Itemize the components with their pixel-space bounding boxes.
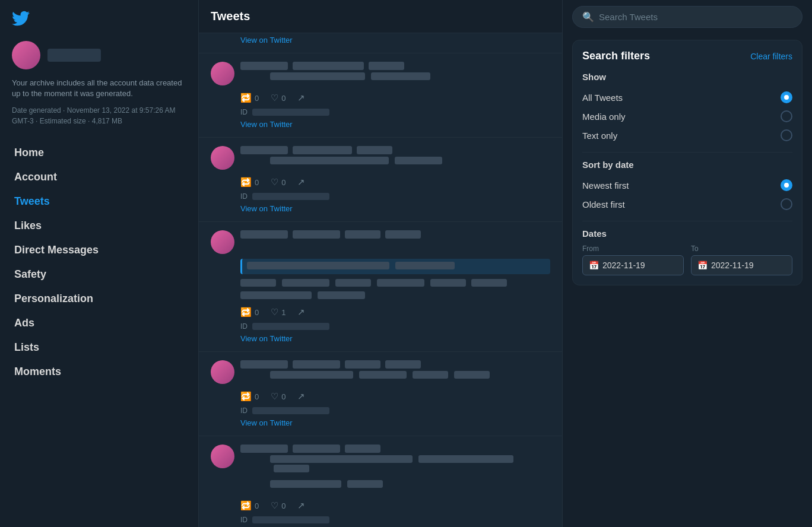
share-icon: ↗ [297,500,305,511]
tweet-body-line-1-c [335,279,371,287]
tweet-username [240,62,288,70]
avatar [12,41,40,69]
share-button[interactable]: ↗ [297,391,305,402]
tweet-body-line-1-d [377,279,424,287]
tweet-date [345,445,380,453]
oldest-first-radio[interactable] [781,198,792,210]
tweet-body-line2 [270,480,341,488]
retweet-count: 0 [255,308,259,317]
all-tweets-radio[interactable] [781,91,792,103]
retweet-icon: 🔁 [240,177,252,188]
filter-oldest-first[interactable]: Oldest first [582,195,792,214]
id-label: ID [240,407,248,415]
newest-first-radio[interactable] [781,179,792,191]
tweet-highlight [240,259,550,274]
like-count: 1 [281,308,286,317]
sidebar-item-moments[interactable]: Moments [12,360,186,384]
tweet-actions: 🔁 0 ♡ 0 ↗ [211,500,550,511]
tweet-actions: 🔁 0 ♡ 0 ↗ [211,391,550,402]
filter-media-only[interactable]: Media only [582,107,792,126]
tweet-date-2 [385,230,421,239]
date-info: Date generated · November 13, 2022 at 9:… [12,105,186,126]
tweet-body-line-2-b [318,291,365,299]
tweet-meta [240,62,550,88]
highlight-text-2 [395,262,455,269]
sidebar-item-account[interactable]: Account [12,165,186,189]
tweet-meta [240,445,550,496]
share-icon: ↗ [297,307,305,318]
tweet-id-row: ID [211,516,550,524]
retweet-button[interactable]: 🔁 0 [240,500,259,511]
sidebar-item-tweets[interactable]: Tweets [12,189,186,214]
id-label: ID [240,516,248,524]
share-button[interactable]: ↗ [297,177,305,188]
avatar [211,230,234,254]
tweet-handle [293,445,340,453]
clear-filters-button[interactable]: Clear filters [750,52,792,61]
retweet-button[interactable]: 🔁 0 [240,93,259,103]
filters-title: Search filters [582,50,650,62]
sidebar-item-personalization[interactable]: Personalization [12,287,186,311]
to-date-value: 2022-11-19 [711,261,754,270]
like-button[interactable]: ♡ 1 [271,307,286,318]
tweet-body-text-2 [418,455,513,463]
like-icon: ♡ [271,500,278,511]
newest-first-label: Newest first [582,180,629,191]
view-on-twitter-link-4[interactable]: View on Twitter [211,418,550,427]
tweet-id-row: ID [211,407,550,415]
tweet-handle [293,360,340,369]
view-on-twitter-link-2[interactable]: View on Twitter [211,204,550,213]
share-icon: ↗ [297,177,305,188]
from-date-value: 2022-11-19 [602,261,645,270]
tweet-username [240,146,288,154]
tweet-meta [240,146,550,172]
highlight-text [247,262,389,269]
tweet-id [252,193,329,200]
view-on-twitter-link-3[interactable]: View on Twitter [211,334,550,343]
retweet-button[interactable]: 🔁 0 [240,391,259,402]
from-date-input[interactable]: 📅 2022-11-19 [582,255,684,275]
to-label: To [691,245,792,253]
view-on-twitter-link-0[interactable]: View on Twitter [211,36,550,45]
retweet-icon: 🔁 [240,307,252,318]
retweet-count: 0 [255,501,259,510]
tweet-date [345,360,380,369]
sidebar-item-lists[interactable]: Lists [12,335,186,360]
calendar-icon-2: 📅 [697,261,708,270]
like-button[interactable]: ♡ 0 [271,93,286,103]
media-only-radio[interactable] [781,110,792,122]
share-button[interactable]: ↗ [297,93,305,103]
main-content: Tweets View on Twitter 🔁 0 [199,0,563,527]
like-button[interactable]: ♡ 0 [271,500,286,511]
sidebar-nav: Home Account Tweets Likes Direct Message… [12,141,186,384]
tweet-body-text-3 [413,371,448,379]
like-button[interactable]: ♡ 0 [271,391,286,402]
like-icon: ♡ [271,93,278,103]
text-only-radio[interactable] [781,129,792,141]
retweet-button[interactable]: 🔁 0 [240,177,259,188]
dates-row: From 📅 2022-11-19 To 📅 2022-11-19 [582,245,792,275]
tweet-body-line-1-a [240,279,276,287]
search-input[interactable] [599,12,792,22]
avatar [211,146,234,170]
share-button[interactable]: ↗ [297,500,305,511]
retweet-button[interactable]: 🔁 0 [240,307,259,318]
from-label: From [582,245,684,253]
retweet-icon: 🔁 [240,500,252,511]
table-row: 🔁 0 ♡ 0 ↗ ID View on Twitter [199,53,562,138]
filter-all-tweets[interactable]: All Tweets [582,88,792,107]
sidebar-item-ads[interactable]: Ads [12,311,186,335]
tweet-handle [293,146,352,154]
like-button[interactable]: ♡ 0 [271,177,286,188]
divider [582,152,792,153]
sidebar-item-safety[interactable]: Safety [12,262,186,287]
filter-text-only[interactable]: Text only [582,126,792,145]
filter-newest-first[interactable]: Newest first [582,176,792,195]
view-on-twitter-link-1[interactable]: View on Twitter [211,120,550,129]
sidebar-item-likes[interactable]: Likes [12,214,186,238]
to-date-input[interactable]: 📅 2022-11-19 [691,255,792,275]
sidebar-item-home[interactable]: Home [12,141,186,165]
search-bar[interactable]: 🔍 [572,6,803,28]
sidebar-item-direct-messages[interactable]: Direct Messages [12,238,186,262]
share-button[interactable]: ↗ [297,307,305,318]
